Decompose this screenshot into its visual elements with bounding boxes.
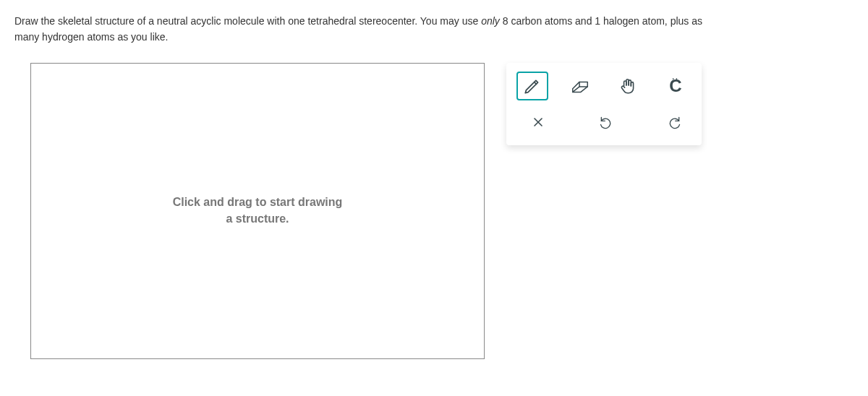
placeholder-line-2: a structure.: [173, 211, 343, 227]
close-icon: [532, 116, 544, 128]
pencil-tool[interactable]: [516, 72, 548, 100]
carbon-icon: .. C: [669, 76, 681, 96]
carbon-tool[interactable]: .. C: [660, 72, 692, 100]
hand-icon: [618, 77, 637, 95]
hand-tool[interactable]: [612, 72, 644, 100]
redo-button[interactable]: [658, 108, 690, 137]
redo-icon: [667, 115, 681, 129]
prompt-text: Draw the skeletal structure of a neutral…: [14, 15, 481, 27]
canvas-placeholder: Click and drag to start drawing a struct…: [173, 194, 343, 227]
prompt-text-2: 8 carbon atoms and 1 halogen atom, plus …: [500, 15, 702, 27]
question-prompt: Draw the skeletal structure of a neutral…: [14, 13, 854, 46]
clear-button[interactable]: [522, 108, 554, 137]
drawing-canvas[interactable]: Click and drag to start drawing a struct…: [30, 63, 485, 359]
pencil-icon: [523, 77, 542, 95]
eraser-icon: [570, 78, 590, 94]
eraser-tool[interactable]: [564, 72, 596, 100]
undo-icon: [599, 115, 613, 129]
prompt-text-3: many hydrogen atoms as you like.: [14, 31, 168, 43]
toolbox: .. C: [506, 63, 702, 145]
undo-button[interactable]: [590, 108, 622, 137]
prompt-italic: only: [481, 15, 500, 27]
placeholder-line-1: Click and drag to start drawing: [173, 194, 343, 210]
